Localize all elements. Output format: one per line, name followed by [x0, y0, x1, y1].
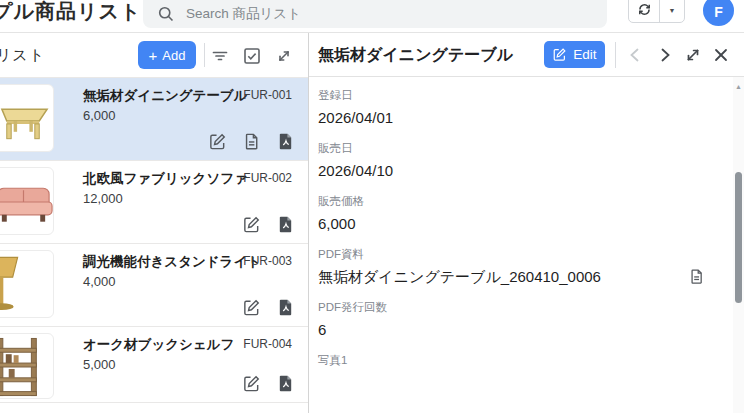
pdf-file-name[interactable]: 無垢材ダイニングテーブル_260410_0006 [318, 267, 601, 286]
product-code: FUR-003 [243, 254, 292, 268]
product-price: 6,000 [83, 108, 116, 123]
field-label: 登録日 [318, 88, 733, 103]
refresh-dropdown-button[interactable]: ▼ [660, 7, 684, 22]
edit-button-label: Edit [573, 47, 596, 62]
field-label: 販売価格 [318, 194, 733, 209]
refresh-button-group: ▼ [628, 0, 685, 23]
detail-header: 無垢材ダイニングテーブル Edit [309, 33, 744, 77]
edit-record-icon[interactable] [208, 132, 227, 151]
list-item-fur-003[interactable]: 調光機能付きスタンドライト 4,000 FUR-003 [0, 243, 308, 326]
row-actions [242, 374, 295, 393]
product-code: FUR-002 [243, 171, 292, 185]
next-record-icon[interactable] [655, 45, 675, 65]
close-icon[interactable] [711, 45, 731, 65]
product-thumbnail-table [0, 84, 54, 152]
product-code: FUR-001 [243, 88, 292, 102]
product-thumbnail-bookshelf [0, 333, 54, 399]
avatar-initial: F [714, 4, 723, 20]
detail-header-divider [615, 42, 616, 68]
field-value: 2026/04/10 [318, 161, 733, 180]
pdf-icon[interactable] [276, 132, 295, 151]
app-title: プル商品リスト [0, 0, 141, 25]
row-actions [208, 132, 295, 151]
filter-icon[interactable] [210, 46, 230, 66]
product-price: 12,000 [83, 191, 123, 206]
add-button-label: Add [162, 48, 185, 63]
plus-icon: + [149, 48, 158, 63]
field-label: PDF発行回数 [318, 300, 733, 315]
expand-record-icon[interactable] [683, 45, 703, 65]
user-avatar[interactable]: F [703, 0, 734, 26]
field-value: 2026/04/01 [318, 108, 733, 127]
edit-pencil-icon [552, 47, 567, 62]
expand-list-icon[interactable] [274, 46, 294, 66]
field-sale-price: 販売価格 6,000 [318, 194, 733, 233]
product-thumbnail-sofa [0, 167, 54, 235]
pdf-icon[interactable] [276, 298, 295, 317]
search-input[interactable] [186, 3, 566, 23]
row-actions [242, 298, 295, 317]
edit-record-icon[interactable] [242, 374, 261, 393]
product-price: 4,000 [83, 274, 116, 289]
list-item-fur-002[interactable]: 北欧風ファブリックソファ 12,000 FUR-002 [0, 160, 308, 243]
pdf-icon[interactable] [276, 374, 295, 393]
field-value: 6,000 [318, 214, 733, 233]
field-value: 6 [318, 320, 733, 339]
field-pdf-issue-count: PDF発行回数 6 [318, 300, 733, 339]
product-rows: 無垢材ダイニングテーブル 6,000 FUR-001 [0, 77, 308, 403]
list-item-fur-001[interactable]: 無垢材ダイニングテーブル 6,000 FUR-001 [0, 77, 308, 160]
product-name: オーク材ブックシェルフ [83, 336, 234, 354]
list-title: リスト [0, 46, 45, 65]
product-list-panel: リスト + Add [0, 33, 309, 413]
top-bar: プル商品リスト ▼ F [0, 0, 744, 33]
file-document-icon[interactable] [688, 268, 705, 285]
product-name: 調光機能付きスタンドライト [83, 253, 261, 271]
caret-down-icon: ▼ [669, 7, 676, 14]
row-actions [242, 215, 295, 234]
header-divider [204, 43, 205, 67]
record-detail-panel: 無垢材ダイニングテーブル Edit [309, 33, 744, 413]
scroll-up-icon[interactable]: ▲ [733, 83, 744, 90]
field-pdf-file: PDF資料 無垢材ダイニングテーブル_260410_0006 [318, 247, 733, 286]
main-area: リスト + Add [0, 33, 744, 413]
list-header: リスト + Add [0, 33, 308, 77]
field-label: 写真1 [318, 353, 733, 368]
field-sale-date: 販売日 2026/04/10 [318, 141, 733, 180]
product-name: 無垢材ダイニングテーブル [83, 87, 248, 105]
detail-body: 登録日 2026/04/01 販売日 2026/04/10 販売価格 6,000… [309, 77, 733, 413]
edit-record-icon[interactable] [242, 298, 261, 317]
detail-scrollbar[interactable]: ▲ [733, 77, 744, 413]
pdf-icon[interactable] [276, 215, 295, 234]
app-window: プル商品リスト ▼ F [0, 0, 744, 413]
product-name: 北欧風ファブリックソファ [83, 170, 248, 188]
product-price: 5,000 [83, 357, 116, 372]
refresh-button[interactable] [629, 0, 660, 22]
add-button[interactable]: + Add [138, 41, 196, 69]
search-bar[interactable] [143, 0, 607, 28]
field-label: 販売日 [318, 141, 733, 156]
edit-record-icon[interactable] [242, 215, 261, 234]
prev-record-icon[interactable] [625, 45, 645, 65]
checkbox-select-icon[interactable] [242, 46, 262, 66]
field-photo-1: 写真1 [318, 353, 733, 368]
edit-button[interactable]: Edit [544, 41, 605, 68]
scrollbar-thumb[interactable] [735, 172, 742, 303]
refresh-icon [636, 1, 653, 18]
list-item-fur-004[interactable]: オーク材ブックシェルフ 5,000 FUR-004 [0, 326, 308, 403]
product-code: FUR-004 [243, 337, 292, 351]
field-label: PDF資料 [318, 247, 733, 262]
product-thumbnail-lamp [0, 250, 54, 318]
document-icon[interactable] [242, 132, 261, 151]
detail-title: 無垢材ダイニングテーブル [318, 45, 513, 66]
search-icon [157, 5, 175, 23]
field-registration-date: 登録日 2026/04/01 [318, 88, 733, 127]
